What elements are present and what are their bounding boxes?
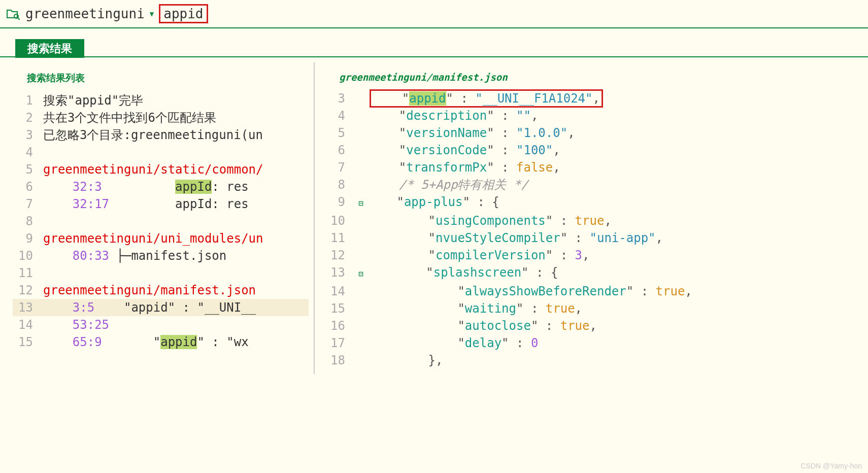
line-number: 14 <box>325 283 355 300</box>
search-top-bar: greenmeetinguni ▼ appid <box>0 0 868 28</box>
line-text: 搜索"appid"完毕 <box>43 92 143 109</box>
result-line[interactable]: 3已忽略3个目录:greenmeetinguni(un <box>13 126 309 144</box>
line-text: }, <box>370 352 443 369</box>
line-number: 4 <box>13 144 43 161</box>
line-text: 53:25 <box>43 316 109 333</box>
line-text: 已忽略3个目录:greenmeetinguni(un <box>43 126 263 144</box>
tab-search-results[interactable]: 搜索结果 <box>15 39 84 58</box>
code-line[interactable]: 15 "waiting" : true, <box>325 300 863 317</box>
result-line[interactable]: 9greenmeetinguni/uni_modules/un <box>13 230 309 247</box>
line-number: 13 <box>325 264 355 281</box>
line-text: "autoclose" : true, <box>370 317 597 334</box>
line-number: 17 <box>325 334 355 352</box>
line-text: "waiting" : true, <box>370 300 582 317</box>
line-number: 12 <box>13 282 43 299</box>
line-text: "transformPx" : false, <box>370 159 560 176</box>
fold-icon[interactable]: ⊟ <box>358 195 363 212</box>
search-scope[interactable]: greenmeetinguni <box>25 6 145 21</box>
line-number: 10 <box>325 212 355 229</box>
line-text: "app-plus" : { <box>368 193 499 211</box>
code-line[interactable]: 3 "appid" : "__UNI__F1A1024", <box>325 90 863 107</box>
line-number: 6 <box>325 142 355 159</box>
line-number: 7 <box>13 195 43 213</box>
line-text: "description" : "", <box>370 107 538 124</box>
search-term-input[interactable]: appid <box>159 4 208 23</box>
line-text: /* 5+App特有相关 */ <box>370 176 528 193</box>
code-line[interactable]: 5 "versionName" : "1.0.0", <box>325 124 863 142</box>
code-preview[interactable]: 3 "appid" : "__UNI__F1A1024",4 "descript… <box>325 90 863 369</box>
line-text: 3:5 "appid" : "__UNI__ <box>43 299 256 316</box>
result-line[interactable]: 1搜索"appid"完毕 <box>13 92 309 109</box>
line-number: 8 <box>13 213 43 230</box>
line-text: greenmeetinguni/static/common/ <box>43 161 263 178</box>
line-text: greenmeetinguni/manifest.json <box>43 282 256 299</box>
result-line[interactable]: 5greenmeetinguni/static/common/ <box>13 161 309 178</box>
line-number: 15 <box>325 300 355 317</box>
line-text: greenmeetinguni/uni_modules/un <box>43 230 263 247</box>
line-text: 32:17 appId: res <box>43 195 249 213</box>
svg-line-1 <box>18 18 20 20</box>
line-text: "appid" : "__UNI__F1A1024", <box>370 90 603 107</box>
folder-search-icon[interactable] <box>6 8 20 20</box>
line-number: 15 <box>13 333 43 351</box>
line-number: 18 <box>325 352 355 369</box>
line-number: 6 <box>13 178 43 195</box>
code-line[interactable]: 12 "compilerVersion" : 3, <box>325 247 863 264</box>
line-number: 7 <box>325 159 355 176</box>
panels: 搜索结果列表 1搜索"appid"完毕2共在3个文件中找到6个匹配结果3已忽略3… <box>0 62 868 374</box>
code-line[interactable]: 6 "versionCode" : "100", <box>325 142 863 159</box>
code-line[interactable]: 8 /* 5+App特有相关 */ <box>325 176 863 193</box>
line-number: 5 <box>13 161 43 178</box>
line-text: "compilerVersion" : 3, <box>370 247 590 264</box>
line-text: "usingComponents" : true, <box>370 212 612 229</box>
line-number: 5 <box>325 124 355 142</box>
result-line[interactable]: 6 32:3 appId: res <box>13 178 309 195</box>
line-number: 8 <box>325 176 355 193</box>
line-number: 11 <box>13 264 43 282</box>
result-line[interactable]: 14 53:25 <box>13 316 309 333</box>
line-text: "splashscreen" : { <box>368 264 558 281</box>
code-line[interactable]: 14 "alwaysShowBeforeRender" : true, <box>325 283 863 300</box>
line-text: 共在3个文件中找到6个匹配结果 <box>43 109 216 126</box>
result-line[interactable]: 4 <box>13 144 309 161</box>
line-number: 16 <box>325 317 355 334</box>
line-number: 9 <box>325 193 355 211</box>
code-preview-panel: greenmeetinguni/manifest.json 3 "appid" … <box>315 62 868 374</box>
result-line[interactable]: 15 65:9 "appid" : "wx <box>13 333 309 351</box>
search-results-list[interactable]: 1搜索"appid"完毕2共在3个文件中找到6个匹配结果3已忽略3个目录:gre… <box>13 92 309 351</box>
code-line[interactable]: 13⊟ "splashscreen" : { <box>325 264 863 283</box>
tab-divider <box>0 56 868 57</box>
code-line[interactable]: 18 }, <box>325 352 863 369</box>
file-path-header: greenmeetinguni/manifest.json <box>325 67 863 90</box>
line-number: 10 <box>13 247 43 264</box>
code-line[interactable]: 7 "transformPx" : false, <box>325 159 863 176</box>
code-line[interactable]: 11 "nvueStyleCompiler" : "uni-app", <box>325 229 863 247</box>
line-number: 4 <box>325 107 355 124</box>
line-text: 80:33 ├─manifest.json <box>43 247 226 264</box>
line-number: 9 <box>13 230 43 247</box>
result-line[interactable]: 10 80:33 ├─manifest.json <box>13 247 309 264</box>
result-line[interactable]: 12greenmeetinguni/manifest.json <box>13 282 309 299</box>
result-line[interactable]: 11 <box>13 264 309 282</box>
line-text: "nvueStyleCompiler" : "uni-app", <box>370 229 663 247</box>
line-number: 14 <box>13 316 43 333</box>
result-line[interactable]: 8 <box>13 213 309 230</box>
result-line[interactable]: 7 32:17 appId: res <box>13 195 309 213</box>
search-results-panel: 搜索结果列表 1搜索"appid"完毕2共在3个文件中找到6个匹配结果3已忽略3… <box>0 62 315 374</box>
code-line[interactable]: 16 "autoclose" : true, <box>325 317 863 334</box>
line-text: 32:3 appId: res <box>43 178 249 195</box>
tab-bar: 搜索结果 <box>0 28 868 56</box>
code-line[interactable]: 4 "description" : "", <box>325 107 863 124</box>
chevron-down-icon[interactable]: ▼ <box>150 10 154 18</box>
result-line[interactable]: 13 3:5 "appid" : "__UNI__ <box>13 299 309 316</box>
code-line[interactable]: 9⊟ "app-plus" : { <box>325 193 863 212</box>
line-text: "delay" : 0 <box>370 334 538 352</box>
code-line[interactable]: 10 "usingComponents" : true, <box>325 212 863 229</box>
fold-icon[interactable]: ⊟ <box>358 265 363 283</box>
line-text: "alwaysShowBeforeRender" : true, <box>370 283 692 300</box>
line-number: 3 <box>325 90 355 107</box>
search-results-header: 搜索结果列表 <box>13 67 309 92</box>
result-line[interactable]: 2共在3个文件中找到6个匹配结果 <box>13 109 309 126</box>
code-line[interactable]: 17 "delay" : 0 <box>325 334 863 352</box>
line-text: "versionName" : "1.0.0", <box>370 124 575 142</box>
